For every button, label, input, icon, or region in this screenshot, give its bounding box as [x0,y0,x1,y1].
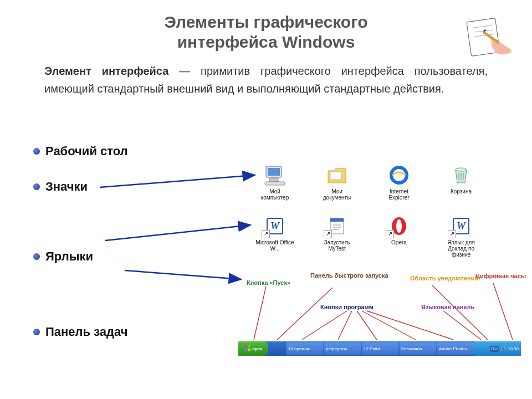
bullet-dot-icon [33,329,40,335]
bullet-desktop: Рабочий стол [33,144,128,158]
taskbar-button[interactable]: 12 Paint... [362,342,398,355]
my-computer-icon: Мой компьютер [255,164,295,201]
mytest-shortcut-icon: ↗ Запустить MyTest [317,215,357,258]
label-clock: Цифровые часы [475,273,526,279]
arrow-taskbar [125,266,247,288]
svg-line-7 [100,175,255,187]
slide-title: Элементы графического интерфейса Windows [0,0,532,52]
svg-line-9 [105,225,250,241]
arrow-icons [100,172,260,194]
bullet-dot-icon [33,148,40,155]
svg-rect-16 [330,172,341,180]
opera-shortcut-icon: ↗ Opera [379,215,419,258]
svg-rect-42 [244,349,247,351]
writing-hand-decoration [466,17,515,61]
tray-icon: 🔊 [500,346,506,351]
label-quick-launch: Панель быстрого запуска [310,272,388,279]
taskbar-button[interactable]: Adobe Photos... [437,342,474,355]
svg-line-36 [367,311,453,340]
clock-display: 10:30 [508,346,519,351]
taskbar-button[interactable]: рефераты [324,342,361,355]
svg-rect-22 [330,218,344,222]
word-shortcut-icon: W↗ Microsoft Office W... [255,215,295,258]
language-indicator[interactable]: RU [490,346,499,352]
svg-point-18 [456,168,467,171]
svg-rect-14 [269,178,278,182]
windows-taskbar: пуск 10 прилож... рефераты 12 Paint... Б… [238,341,521,356]
svg-rect-40 [244,345,247,348]
definition-paragraph: Элемент интерфейса — примитив графическо… [0,52,532,102]
desktop-icons-row: Мой компьютер Мои документы Internet Exp… [255,164,481,201]
taskbar-button[interactable]: Безымянн... [400,342,436,355]
bullet-shortcuts: Ярлыки [33,249,128,264]
start-button[interactable]: пуск [238,341,268,356]
svg-line-31 [277,288,332,340]
svg-rect-41 [248,345,250,348]
my-documents-icon: Мои документы [317,164,357,201]
svg-line-34 [357,311,377,340]
svg-rect-15 [265,182,285,185]
svg-text:W: W [270,221,280,232]
recycle-bin-icon: Корзина [441,164,481,201]
svg-line-30 [254,287,266,340]
taskbar-button[interactable]: 10 прилож... [287,342,323,355]
svg-line-39 [493,283,513,340]
desktop-shortcuts-row: W↗ Microsoft Office W... ↗ Запустить MyT… [255,215,481,258]
svg-line-11 [125,270,241,279]
internet-explorer-icon: Internet Explorer [379,164,419,201]
svg-line-35 [362,311,416,340]
doc-shortcut-icon: W↗ Ярлык для Доклад по физике [441,215,481,258]
svg-line-37 [432,285,488,340]
bullet-dot-icon [33,253,40,260]
system-tray[interactable]: RU 🔊 10:30 [474,341,521,356]
arrow-shortcuts [105,222,255,244]
svg-point-27 [396,219,402,233]
quick-launch-area[interactable] [268,341,286,356]
svg-rect-43 [248,349,250,351]
svg-rect-13 [268,168,280,176]
bullet-taskbar: Панель задач [33,325,128,339]
svg-text:W: W [457,221,467,232]
bullet-dot-icon [33,183,40,190]
taskbar-connector-lines [238,280,526,344]
